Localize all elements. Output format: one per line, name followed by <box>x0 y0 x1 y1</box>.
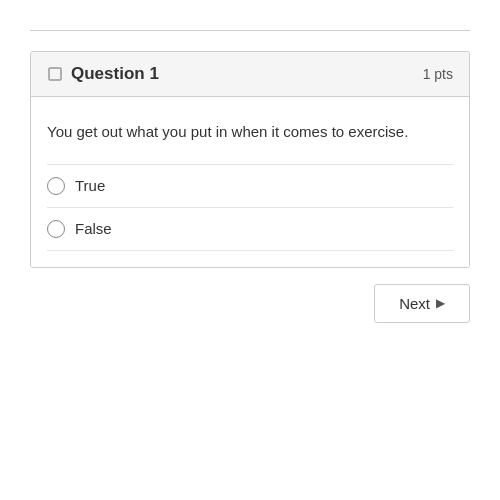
question-title: Question 1 <box>71 64 159 84</box>
radio-true[interactable] <box>47 177 65 195</box>
svg-rect-0 <box>49 68 61 80</box>
page-container: Question 1 1 pts You get out what you pu… <box>0 0 500 500</box>
question-pts: 1 pts <box>423 66 453 82</box>
question-header-left: Question 1 <box>47 64 159 84</box>
next-button[interactable]: Next ▶ <box>374 284 470 323</box>
top-divider <box>30 30 470 31</box>
question-body: You get out what you put in when it come… <box>31 97 469 267</box>
question-header: Question 1 1 pts <box>31 52 469 97</box>
question-card: Question 1 1 pts You get out what you pu… <box>30 51 470 268</box>
bottom-bar: Next ▶ <box>30 268 470 323</box>
radio-false[interactable] <box>47 220 65 238</box>
next-button-label: Next <box>399 295 430 312</box>
answer-label-false: False <box>75 220 112 237</box>
next-arrow-icon: ▶ <box>436 296 445 310</box>
flag-icon <box>47 66 63 82</box>
answer-option-false[interactable]: False <box>47 207 453 251</box>
answer-option-true[interactable]: True <box>47 164 453 207</box>
answer-label-true: True <box>75 177 105 194</box>
question-text: You get out what you put in when it come… <box>47 121 453 144</box>
